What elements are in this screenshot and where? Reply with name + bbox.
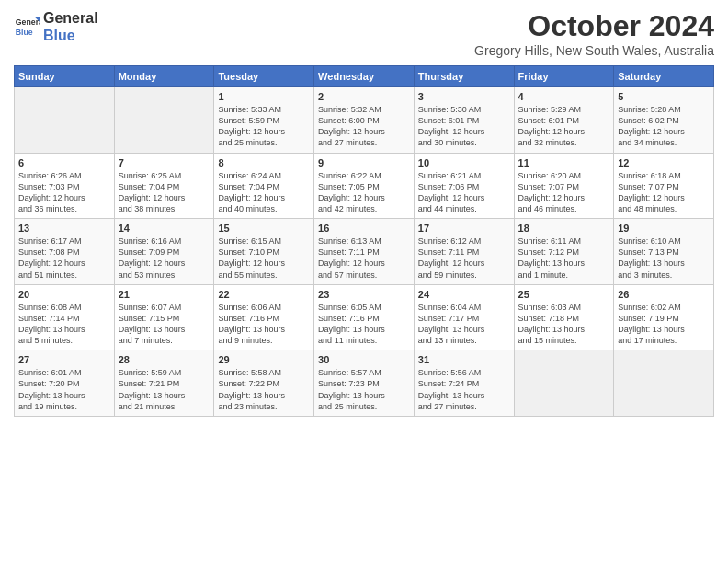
day-header: Tuesday <box>214 66 314 87</box>
day-info: Sunrise: 6:25 AMSunset: 7:04 PMDaylight:… <box>119 170 210 215</box>
day-number: 20 <box>18 289 110 300</box>
day-number: 22 <box>218 289 310 300</box>
day-number: 9 <box>318 157 410 168</box>
calendar-cell: 23Sunrise: 6:05 AMSunset: 7:16 PMDayligh… <box>314 284 415 350</box>
day-number: 13 <box>18 223 110 234</box>
day-info: Sunrise: 5:28 AMSunset: 6:02 PMDaylight:… <box>618 104 710 149</box>
day-number: 21 <box>119 289 210 300</box>
day-info: Sunrise: 6:06 AMSunset: 7:16 PMDaylight:… <box>218 302 310 347</box>
day-info: Sunrise: 6:07 AMSunset: 7:15 PMDaylight:… <box>119 302 210 347</box>
calendar-cell: 7Sunrise: 6:25 AMSunset: 7:04 PMDaylight… <box>114 153 214 219</box>
calendar-week-row: 13Sunrise: 6:17 AMSunset: 7:08 PMDayligh… <box>15 219 714 285</box>
day-info: Sunrise: 6:03 AMSunset: 7:18 PMDaylight:… <box>518 302 610 347</box>
calendar-cell: 13Sunrise: 6:17 AMSunset: 7:08 PMDayligh… <box>15 219 115 285</box>
day-info: Sunrise: 5:57 AMSunset: 7:23 PMDaylight:… <box>318 367 410 412</box>
day-info: Sunrise: 6:01 AMSunset: 7:20 PMDaylight:… <box>18 367 110 412</box>
day-header: Sunday <box>15 66 115 87</box>
day-number: 24 <box>418 289 510 300</box>
day-info: Sunrise: 5:30 AMSunset: 6:01 PMDaylight:… <box>418 104 510 149</box>
day-number: 25 <box>518 289 610 300</box>
day-info: Sunrise: 5:29 AMSunset: 6:01 PMDaylight:… <box>518 104 610 149</box>
logo: General Blue General Blue <box>14 9 98 44</box>
calendar-cell: 16Sunrise: 6:13 AMSunset: 7:11 PMDayligh… <box>314 219 415 285</box>
day-info: Sunrise: 5:59 AMSunset: 7:21 PMDaylight:… <box>119 367 210 412</box>
calendar-week-row: 6Sunrise: 6:26 AMSunset: 7:03 PMDaylight… <box>15 153 714 219</box>
day-number: 4 <box>518 91 610 102</box>
day-number: 16 <box>318 223 410 234</box>
day-info: Sunrise: 6:16 AMSunset: 7:09 PMDaylight:… <box>119 236 210 281</box>
day-info: Sunrise: 6:24 AMSunset: 7:04 PMDaylight:… <box>218 170 310 215</box>
calendar-cell: 27Sunrise: 6:01 AMSunset: 7:20 PMDayligh… <box>15 350 115 417</box>
day-number: 27 <box>18 354 110 365</box>
calendar-body: 1Sunrise: 5:33 AMSunset: 5:59 PMDaylight… <box>15 87 714 417</box>
day-info: Sunrise: 6:20 AMSunset: 7:07 PMDaylight:… <box>518 170 610 215</box>
calendar-cell: 24Sunrise: 6:04 AMSunset: 7:17 PMDayligh… <box>414 284 514 350</box>
calendar-cell <box>514 350 614 417</box>
logo-text: General Blue <box>43 9 98 44</box>
calendar-table: SundayMondayTuesdayWednesdayThursdayFrid… <box>14 65 714 417</box>
svg-text:Blue: Blue <box>16 28 33 37</box>
location: Gregory Hills, New South Wales, Australi… <box>474 43 714 58</box>
calendar-week-row: 20Sunrise: 6:08 AMSunset: 7:14 PMDayligh… <box>15 284 714 350</box>
day-number: 6 <box>18 157 110 168</box>
calendar-cell: 28Sunrise: 5:59 AMSunset: 7:21 PMDayligh… <box>114 350 214 417</box>
day-number: 18 <box>518 223 610 234</box>
calendar-week-row: 27Sunrise: 6:01 AMSunset: 7:20 PMDayligh… <box>15 350 714 417</box>
day-info: Sunrise: 6:26 AMSunset: 7:03 PMDaylight:… <box>18 170 110 215</box>
calendar-cell: 17Sunrise: 6:12 AMSunset: 7:11 PMDayligh… <box>414 219 514 285</box>
day-number: 10 <box>418 157 510 168</box>
day-number: 11 <box>518 157 610 168</box>
title-block: October 2024 Gregory Hills, New South Wa… <box>474 9 714 58</box>
calendar-cell <box>614 350 714 417</box>
day-number: 5 <box>618 91 710 102</box>
day-number: 30 <box>318 354 410 365</box>
day-info: Sunrise: 6:08 AMSunset: 7:14 PMDaylight:… <box>18 302 110 347</box>
day-number: 1 <box>218 91 310 102</box>
calendar-cell: 15Sunrise: 6:15 AMSunset: 7:10 PMDayligh… <box>214 219 314 285</box>
calendar-week-row: 1Sunrise: 5:33 AMSunset: 5:59 PMDaylight… <box>15 87 714 154</box>
calendar-cell: 2Sunrise: 5:32 AMSunset: 6:00 PMDaylight… <box>314 87 415 154</box>
calendar-cell: 26Sunrise: 6:02 AMSunset: 7:19 PMDayligh… <box>614 284 714 350</box>
calendar-cell: 5Sunrise: 5:28 AMSunset: 6:02 PMDaylight… <box>614 87 714 154</box>
logo-icon: General Blue <box>14 14 40 40</box>
day-info: Sunrise: 5:56 AMSunset: 7:24 PMDaylight:… <box>418 367 510 412</box>
calendar-cell <box>114 87 214 154</box>
day-number: 3 <box>418 91 510 102</box>
day-info: Sunrise: 6:12 AMSunset: 7:11 PMDaylight:… <box>418 236 510 281</box>
day-number: 19 <box>618 223 710 234</box>
calendar-cell: 29Sunrise: 5:58 AMSunset: 7:22 PMDayligh… <box>214 350 314 417</box>
day-info: Sunrise: 6:11 AMSunset: 7:12 PMDaylight:… <box>518 236 610 281</box>
day-header: Thursday <box>414 66 514 87</box>
month-title: October 2024 <box>474 9 714 43</box>
calendar-cell: 19Sunrise: 6:10 AMSunset: 7:13 PMDayligh… <box>614 219 714 285</box>
svg-text:General: General <box>16 17 40 27</box>
page-header: General Blue General Blue October 2024 G… <box>14 9 714 58</box>
day-number: 17 <box>418 223 510 234</box>
calendar-cell: 30Sunrise: 5:57 AMSunset: 7:23 PMDayligh… <box>314 350 415 417</box>
calendar-header-row: SundayMondayTuesdayWednesdayThursdayFrid… <box>15 66 714 87</box>
calendar-cell: 1Sunrise: 5:33 AMSunset: 5:59 PMDaylight… <box>214 87 314 154</box>
day-info: Sunrise: 6:02 AMSunset: 7:19 PMDaylight:… <box>618 302 710 347</box>
calendar-cell: 6Sunrise: 6:26 AMSunset: 7:03 PMDaylight… <box>15 153 115 219</box>
calendar-cell: 22Sunrise: 6:06 AMSunset: 7:16 PMDayligh… <box>214 284 314 350</box>
day-info: Sunrise: 6:13 AMSunset: 7:11 PMDaylight:… <box>318 236 410 281</box>
calendar-cell: 9Sunrise: 6:22 AMSunset: 7:05 PMDaylight… <box>314 153 415 219</box>
day-number: 26 <box>618 289 710 300</box>
calendar-cell: 3Sunrise: 5:30 AMSunset: 6:01 PMDaylight… <box>414 87 514 154</box>
day-info: Sunrise: 5:32 AMSunset: 6:00 PMDaylight:… <box>318 104 410 149</box>
day-info: Sunrise: 6:17 AMSunset: 7:08 PMDaylight:… <box>18 236 110 281</box>
day-info: Sunrise: 6:15 AMSunset: 7:10 PMDaylight:… <box>218 236 310 281</box>
calendar-cell: 11Sunrise: 6:20 AMSunset: 7:07 PMDayligh… <box>514 153 614 219</box>
day-number: 14 <box>119 223 210 234</box>
calendar-cell: 10Sunrise: 6:21 AMSunset: 7:06 PMDayligh… <box>414 153 514 219</box>
day-number: 15 <box>218 223 310 234</box>
day-number: 2 <box>318 91 410 102</box>
calendar-cell: 8Sunrise: 6:24 AMSunset: 7:04 PMDaylight… <box>214 153 314 219</box>
day-info: Sunrise: 5:33 AMSunset: 5:59 PMDaylight:… <box>218 104 310 149</box>
day-info: Sunrise: 5:58 AMSunset: 7:22 PMDaylight:… <box>218 367 310 412</box>
day-info: Sunrise: 6:21 AMSunset: 7:06 PMDaylight:… <box>418 170 510 215</box>
day-header: Friday <box>514 66 614 87</box>
day-info: Sunrise: 6:10 AMSunset: 7:13 PMDaylight:… <box>618 236 710 281</box>
day-header: Saturday <box>614 66 714 87</box>
day-number: 23 <box>318 289 410 300</box>
